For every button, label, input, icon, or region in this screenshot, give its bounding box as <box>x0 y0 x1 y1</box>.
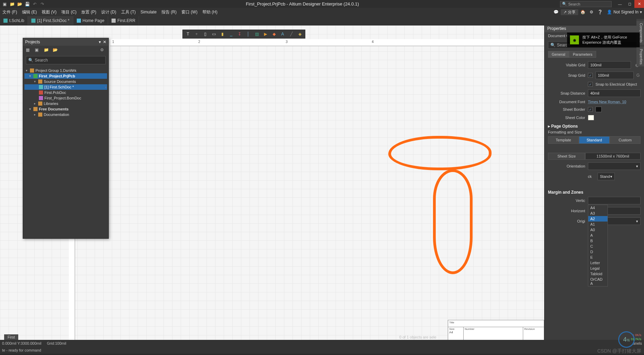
opt-a[interactable]: A <box>588 233 608 238</box>
undo-icon[interactable]: ↶ <box>32 2 37 7</box>
custom-button[interactable]: Custom <box>610 136 641 144</box>
tree-schdoc[interactable]: [1] First.SchDoc *▫ <box>24 84 107 90</box>
place-bus-icon[interactable]: ▮ <box>219 30 226 38</box>
projects-search[interactable]: 🔍Search <box>26 56 106 64</box>
side-tab-properties[interactable]: Properties <box>636 47 644 67</box>
maximize-button[interactable]: ◻ <box>625 0 634 8</box>
menu-design[interactable]: 设计 (D) <box>99 9 119 15</box>
place-line-icon[interactable]: │ <box>244 30 252 38</box>
projects-tb-icon1[interactable]: ▦ <box>26 47 31 53</box>
tree-project[interactable]: ▾First_Project.PrjPcb <box>24 73 107 79</box>
template-button[interactable]: Template <box>548 136 579 144</box>
open-icon[interactable]: 📂 <box>17 2 22 7</box>
opt-a1[interactable]: A1 <box>588 222 608 227</box>
projects-close-icon[interactable]: ✕ <box>103 40 106 44</box>
menu-file[interactable]: 文件 (F) <box>0 9 20 15</box>
tree-libraries[interactable]: ▸Libraries <box>24 101 107 106</box>
orientation-select[interactable]: ▾ <box>588 162 641 170</box>
visible-grid-input[interactable]: 100mil <box>588 61 631 69</box>
tree-bomdoc[interactable]: First_Project.BomDoc <box>24 95 107 101</box>
settings-icon[interactable]: ⚙ <box>588 10 595 14</box>
opt-legal[interactable]: Legal <box>588 266 608 271</box>
opt-letter[interactable]: Letter <box>588 260 608 266</box>
sheet-border-color[interactable] <box>595 107 602 112</box>
place-sheet-icon[interactable]: ▤ <box>253 30 261 38</box>
tree-pcbdoc[interactable]: First.PcbDoc <box>24 90 107 95</box>
new-icon[interactable]: 📁 <box>10 2 14 7</box>
opt-c[interactable]: C <box>588 244 608 249</box>
place-more-icon[interactable]: ◈ <box>296 30 304 38</box>
place-part-icon[interactable]: ▯ <box>201 30 209 38</box>
place-wire-icon[interactable]: ⎯ <box>227 30 235 38</box>
global-search[interactable]: 🔍 Search <box>560 1 612 7</box>
menu-edit[interactable]: 编辑 (E) <box>20 9 39 15</box>
projects-tb-settings-icon[interactable]: ⚙ <box>100 47 106 53</box>
tree-free-docs[interactable]: ▾Free Documents <box>24 106 107 112</box>
snap-grid-input[interactable]: 100mil <box>595 72 634 79</box>
standard-button[interactable]: Standard <box>579 136 610 144</box>
opt-a0[interactable]: A0 <box>588 227 608 233</box>
tab-err[interactable]: First.ERR <box>108 16 139 25</box>
menu-simulate[interactable]: Simulate <box>138 10 159 14</box>
opt-a3[interactable]: A3 <box>588 211 608 216</box>
place-harness-icon[interactable]: ◆ <box>270 30 278 38</box>
place-net-icon[interactable]: ↧ <box>236 30 243 38</box>
tree-documentation[interactable]: ▸Documentation <box>24 112 107 117</box>
share-button[interactable]: ↗ 分享 <box>561 9 578 15</box>
home-icon[interactable]: 🏠 <box>578 10 588 14</box>
tab-schlib-label: t.SchLib <box>9 18 24 23</box>
tree-source-docs[interactable]: ▾Source Documents <box>24 79 107 84</box>
opt-e[interactable]: E <box>588 255 608 260</box>
nvidia-line2: Experience 游戏内覆盖 <box>582 40 627 45</box>
save-icon[interactable]: 💾 <box>25 2 30 7</box>
menu-tools[interactable]: 工具 (T) <box>119 9 138 15</box>
place-cross-icon[interactable]: + <box>193 30 200 38</box>
document-font-link[interactable]: Times New Roman, 10 <box>588 100 626 104</box>
bom-file-icon <box>39 96 43 100</box>
place-arrow-icon[interactable]: ▶ <box>262 30 269 38</box>
minimize-button[interactable]: — <box>615 0 625 8</box>
opt-tabloid[interactable]: Tabloid <box>588 271 608 277</box>
place-port-icon[interactable]: ▭ <box>210 30 218 38</box>
projects-tb-icon4[interactable]: 📂 <box>53 47 58 53</box>
menu-place[interactable]: 放置 (P) <box>79 9 98 15</box>
snap-grid-checkbox[interactable]: ✓ <box>588 73 593 78</box>
sheet-size-dropdown[interactable]: A4 A3 A2 A1 A0 A B C D E Letter Legal Ta… <box>588 205 608 287</box>
tab-general[interactable]: General <box>548 51 569 58</box>
tab-schdoc[interactable]: [1] First.SchDoc * <box>28 16 73 25</box>
projects-tb-icon2[interactable]: ▣ <box>35 47 40 53</box>
help-icon[interactable]: ❔ <box>595 10 605 14</box>
opt-a4[interactable]: A4 <box>588 205 608 211</box>
place-pin-icon[interactable]: ╱ <box>287 30 295 38</box>
tab-schlib[interactable]: t.SchLib <box>0 16 28 25</box>
projects-tb-icon3[interactable]: 📁 <box>44 47 49 53</box>
opt-orcad-a[interactable]: OrCAD A <box>588 277 608 286</box>
vertical-input[interactable] <box>588 197 641 204</box>
menu-report[interactable]: 报告 (R) <box>159 9 179 15</box>
tab-parameters[interactable]: Parameters <box>569 51 596 58</box>
close-button[interactable]: ✕ <box>634 0 644 8</box>
menu-window[interactable]: 窗口 (W) <box>179 9 200 15</box>
tree-group[interactable]: ▾Project Group 1.DsnWrk <box>24 68 107 73</box>
document-font-label: Document Font <box>548 100 585 104</box>
opt-a2[interactable]: A2 <box>588 216 608 222</box>
bottom-tab-first[interactable]: First <box>4 334 18 340</box>
redo-icon[interactable]: ↷ <box>40 2 45 7</box>
place-annotation-icon[interactable]: A <box>279 30 286 38</box>
snap-electrical-checkbox[interactable]: ✓ <box>588 82 593 87</box>
menu-help[interactable]: 帮助 (H) <box>200 9 220 15</box>
notify-icon[interactable]: 💬 <box>551 10 561 14</box>
place-toolbar[interactable]: T + ▯ ▭ ▮ ⎯ ↧ │ ▤ ▶ ◆ A ╱ ◈ <box>182 30 305 39</box>
signin-button[interactable]: 👤 Not Signed In▾ <box>605 10 644 14</box>
titleblock-style-select[interactable]: Stand▾ <box>598 173 615 180</box>
sheet-color-swatch[interactable] <box>588 115 594 120</box>
tab-home[interactable]: Home Page <box>73 16 108 25</box>
place-text-icon[interactable]: T <box>184 30 192 38</box>
sheet-border-checkbox[interactable]: ✓ <box>588 107 593 112</box>
menu-view[interactable]: 视图 (V) <box>39 9 59 15</box>
projects-dropdown-icon[interactable]: ▾ <box>99 40 101 44</box>
opt-d[interactable]: D <box>588 249 608 255</box>
snap-distance-input[interactable]: 40mil <box>588 89 641 97</box>
opt-b[interactable]: B <box>588 238 608 244</box>
menu-project[interactable]: 项目 (C) <box>59 9 79 15</box>
